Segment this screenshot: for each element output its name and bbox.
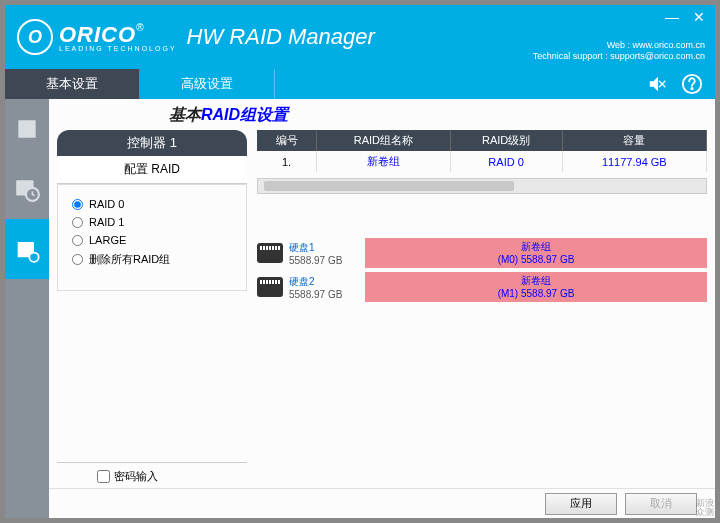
raid-info: 编号 RAID组名称 RAID级别 容量 1. 新卷组 RAID 0 11177… <box>257 130 707 484</box>
raid-table: 编号 RAID组名称 RAID级别 容量 1. 新卷组 RAID 0 11177… <box>257 130 707 172</box>
support-info: Web : www.orico.com.cn Technical support… <box>533 40 705 63</box>
tab-advanced[interactable]: 高级设置 <box>140 69 275 99</box>
raid-options: RAID 0 RAID 1 LARGE 删除所有RAID组 <box>57 184 247 291</box>
th-level: RAID级别 <box>450 130 562 151</box>
logo-icon: O <box>17 19 53 55</box>
controller-sub: 配置 RAID <box>57 156 247 184</box>
window-controls: — ✕ <box>665 9 705 25</box>
mute-icon[interactable] <box>647 73 669 95</box>
option-large[interactable]: LARGE <box>72 231 236 249</box>
drive-size: 5588.97 GB <box>289 289 359 300</box>
drive-name: 硬盘1 <box>289 241 359 255</box>
close-button[interactable]: ✕ <box>693 9 705 25</box>
minimize-button[interactable]: — <box>665 9 679 25</box>
section-title: 基本RAID组设置 <box>49 99 715 130</box>
controller-header: 控制器 1 <box>57 130 247 156</box>
drive-row: 硬盘1 5588.97 GB 新卷组 (M0) 5588.97 GB <box>257 238 707 268</box>
drive-list: 硬盘1 5588.97 GB 新卷组 (M0) 5588.97 GB <box>257 238 707 302</box>
drive-allocation: 新卷组 (M0) 5588.97 GB <box>365 238 707 268</box>
disk-icon <box>14 116 40 142</box>
brand-sub: LEADING TECHNOLOGY <box>59 45 177 52</box>
help-icon[interactable] <box>681 73 703 95</box>
sidebar <box>5 99 49 518</box>
calendar-clock-icon <box>14 176 40 202</box>
horizontal-scrollbar[interactable] <box>257 178 707 194</box>
password-label: 密码输入 <box>114 469 158 484</box>
brand-name: ORICO <box>59 22 136 47</box>
th-cap: 容量 <box>562 130 706 151</box>
drive-name: 硬盘2 <box>289 275 359 289</box>
hdd-gear-icon <box>13 235 41 263</box>
footer: 应用 取消 <box>49 488 715 518</box>
controller-panel: 控制器 1 配置 RAID RAID 0 RAID 1 LARGE 删除所有RA… <box>57 130 247 484</box>
app-title: HW RAID Manager <box>187 24 375 50</box>
scroll-thumb[interactable] <box>264 181 514 191</box>
titlebar: O ORICO® LEADING TECHNOLOGY HW RAID Mana… <box>5 5 715 69</box>
web-label: Web : www.orico.com.cn <box>533 40 705 52</box>
option-raid1[interactable]: RAID 1 <box>72 213 236 231</box>
svg-point-1 <box>691 88 692 89</box>
option-delete[interactable]: 删除所有RAID组 <box>72 249 236 270</box>
th-name: RAID组名称 <box>317 130 450 151</box>
sidebar-item-schedule[interactable] <box>5 159 49 219</box>
main-area: 控制器 1 配置 RAID RAID 0 RAID 1 LARGE 删除所有RA… <box>49 130 715 488</box>
sidebar-item-raid[interactable] <box>5 219 49 279</box>
password-checkbox[interactable] <box>97 470 110 483</box>
content: 基本RAID组设置 控制器 1 配置 RAID RAID 0 RAID 1 LA… <box>49 99 715 518</box>
body: 基本RAID组设置 控制器 1 配置 RAID RAID 0 RAID 1 LA… <box>5 99 715 518</box>
svg-point-4 <box>29 253 38 262</box>
cancel-button[interactable]: 取消 <box>625 493 697 515</box>
th-id: 编号 <box>257 130 317 151</box>
drive-size: 5588.97 GB <box>289 255 359 266</box>
tab-basic[interactable]: 基本设置 <box>5 69 140 99</box>
hdd-icon <box>257 277 283 297</box>
table-row[interactable]: 1. 新卷组 RAID 0 11177.94 GB <box>257 151 707 172</box>
drive-allocation: 新卷组 (M1) 5588.97 GB <box>365 272 707 302</box>
tabbar: 基本设置 高级设置 <box>5 69 715 99</box>
apply-button[interactable]: 应用 <box>545 493 617 515</box>
sidebar-item-disk[interactable] <box>5 99 49 159</box>
password-row: 密码输入 <box>57 462 247 484</box>
drive-row: 硬盘2 5588.97 GB 新卷组 (M1) 5588.97 GB <box>257 272 707 302</box>
app-window: O ORICO® LEADING TECHNOLOGY HW RAID Mana… <box>5 5 715 518</box>
hdd-icon <box>257 243 283 263</box>
brand-logo: O ORICO® LEADING TECHNOLOGY <box>17 19 177 55</box>
option-raid0[interactable]: RAID 0 <box>72 195 236 213</box>
support-label: Technical support : supports@orico.com.c… <box>533 51 705 63</box>
watermark: 新浪 众测 <box>696 499 714 517</box>
